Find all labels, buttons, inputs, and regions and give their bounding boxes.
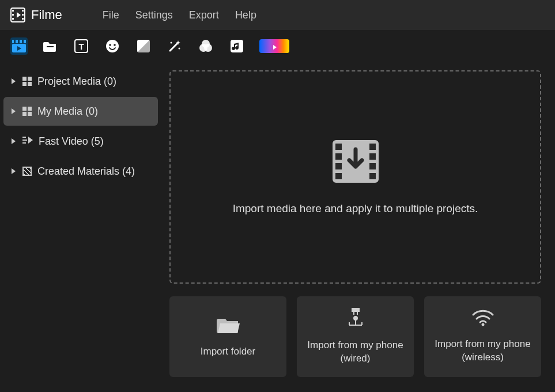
media-tab-button[interactable]: [10, 37, 28, 55]
sidebar-item-label: Created Materials (4): [37, 165, 135, 178]
sidebar-item-my-media[interactable]: My Media (0): [3, 97, 158, 126]
sticker-tab-button[interactable]: [104, 37, 121, 55]
main-menu: File Settings Export Help: [103, 9, 256, 21]
audio-tab-button[interactable]: [228, 37, 246, 55]
fast-video-icon: [22, 135, 33, 148]
svg-point-25: [202, 40, 210, 48]
effects-tab-button[interactable]: [166, 37, 183, 55]
svg-rect-14: [47, 46, 54, 47]
magic-wand-icon: [168, 39, 182, 53]
app-logo: Filme: [10, 7, 62, 22]
svg-rect-33: [335, 153, 342, 160]
folder-tab-button[interactable]: [41, 37, 59, 55]
svg-point-22: [179, 48, 180, 50]
svg-text:T: T: [78, 42, 84, 51]
svg-rect-39: [369, 173, 376, 179]
import-phone-wired-button[interactable]: Import from my phone (wired): [297, 296, 414, 377]
import-phone-wireless-button[interactable]: Import from my phone (wireless): [424, 296, 541, 377]
menu-file[interactable]: File: [103, 9, 119, 21]
svg-point-18: [109, 44, 111, 46]
sidebar-item-label: Project Media (0): [37, 76, 116, 88]
svg-rect-42: [357, 312, 358, 315]
svg-rect-38: [369, 163, 376, 169]
folder-icon: [43, 40, 57, 52]
menu-export[interactable]: Export: [189, 9, 219, 21]
sidebar-item-label: My Media (0): [37, 105, 98, 118]
app-name: Filme: [31, 7, 62, 22]
text-tab-button[interactable]: T: [73, 37, 90, 55]
transition-icon: [137, 39, 150, 53]
svg-rect-2: [12, 14, 14, 16]
transition-tab-button[interactable]: [135, 37, 152, 55]
svg-rect-40: [352, 308, 360, 312]
import-dropzone[interactable]: Import media here and apply it to multip…: [169, 70, 541, 284]
svg-rect-34: [335, 163, 342, 169]
import-folder-button[interactable]: Import folder: [169, 296, 286, 377]
sidebar: Project Media (0) My Media (0) Fast Vide…: [0, 62, 161, 392]
smiley-icon: [105, 39, 119, 53]
film-download-icon: [331, 139, 380, 186]
svg-point-17: [106, 40, 119, 52]
import-phone-wired-label: Import from my phone (wired): [301, 339, 409, 365]
svg-rect-10: [18, 40, 20, 43]
svg-marker-30: [28, 137, 33, 144]
clapper-icon: [12, 40, 26, 52]
expand-icon: [12, 78, 16, 84]
materials-icon: [22, 167, 32, 176]
dropzone-hint: Import media here and apply it to multip…: [233, 202, 478, 215]
phone-wired-icon: [346, 308, 365, 330]
expand-icon: [12, 138, 16, 144]
svg-rect-35: [335, 173, 342, 179]
svg-rect-32: [335, 144, 342, 150]
main-area: Project Media (0) My Media (0) Fast Vide…: [0, 62, 555, 392]
color-tab-button[interactable]: [259, 39, 289, 53]
text-icon: T: [74, 39, 88, 53]
svg-point-43: [353, 316, 358, 321]
grid-icon: [22, 107, 32, 116]
svg-rect-1: [12, 10, 14, 12]
sidebar-item-created-materials[interactable]: Created Materials (4): [3, 157, 158, 186]
expand-icon: [12, 108, 16, 114]
import-buttons-row: Import folder Import from my phon: [169, 296, 541, 377]
import-folder-label: Import folder: [201, 345, 255, 359]
sidebar-item-label: Fast Video (5): [39, 135, 104, 148]
svg-marker-7: [17, 12, 21, 18]
svg-point-48: [481, 323, 484, 326]
content-area: Import media here and apply it to multip…: [161, 62, 555, 392]
svg-rect-4: [22, 10, 24, 12]
toolbar: T: [0, 30, 555, 62]
filme-logo-icon: [10, 7, 25, 22]
sidebar-item-fast-video[interactable]: Fast Video (5): [3, 127, 158, 156]
svg-point-21: [171, 42, 172, 44]
menu-settings[interactable]: Settings: [135, 9, 173, 21]
expand-icon: [12, 168, 16, 174]
filters-tab-button[interactable]: [197, 37, 214, 55]
svg-rect-37: [369, 153, 376, 160]
venn-icon: [198, 39, 213, 53]
folder-open-icon: [217, 315, 240, 336]
sidebar-item-project-media[interactable]: Project Media (0): [3, 67, 158, 96]
music-icon: [230, 39, 244, 53]
svg-rect-41: [353, 312, 354, 315]
wifi-icon: [471, 309, 494, 329]
grid-icon: [22, 77, 32, 86]
svg-rect-3: [12, 18, 14, 20]
svg-point-19: [114, 44, 116, 46]
menu-help[interactable]: Help: [235, 9, 256, 21]
svg-rect-36: [369, 144, 376, 150]
svg-rect-6: [22, 18, 24, 20]
titlebar: Filme File Settings Export Help: [0, 0, 555, 30]
svg-rect-5: [22, 14, 24, 16]
svg-rect-11: [22, 40, 24, 43]
svg-rect-26: [231, 40, 243, 52]
svg-rect-9: [14, 40, 16, 43]
import-phone-wireless-label: Import from my phone (wireless): [429, 338, 537, 364]
